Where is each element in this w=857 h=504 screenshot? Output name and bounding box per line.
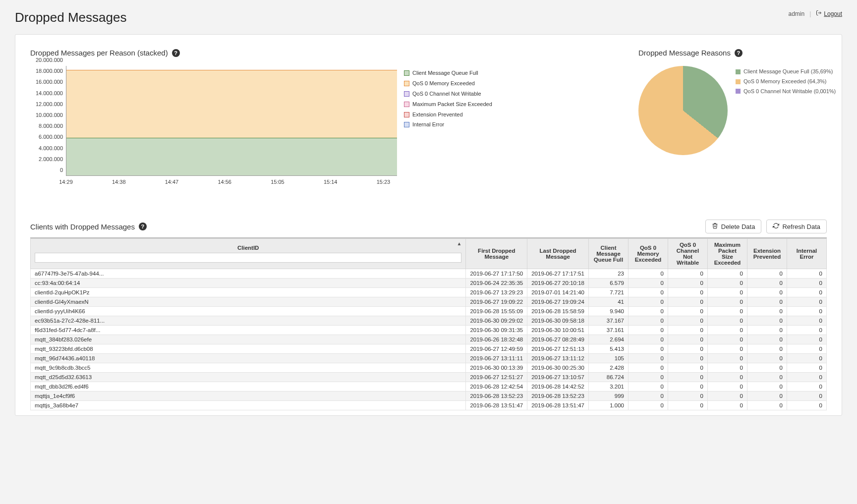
cell-mem: 0 <box>628 401 668 410</box>
cell-ierr: 0 <box>787 344 827 354</box>
table-row[interactable]: mqtt_384bf283.026efe2019-06-26 18:32:482… <box>31 335 827 344</box>
table-row[interactable]: mqttjs_1e4cf9f62019-06-28 13:52:232019-0… <box>31 392 827 401</box>
help-icon[interactable]: ? <box>735 49 743 57</box>
col-label: ClientID <box>237 245 259 251</box>
cell-pkt: 0 <box>708 269 747 279</box>
table-row[interactable]: mqtt_93223bfd.d6cb082019-06-27 12:49:592… <box>31 344 827 354</box>
cell-last: 2019-07-01 14:21:40 <box>527 288 589 297</box>
table-row[interactable]: mqtt_9c9b8cdb.3bcc52019-06-30 00:13:3920… <box>31 363 827 373</box>
cell-first: 2019-06-27 12:49:59 <box>466 344 527 354</box>
table-row[interactable]: clientId-yyyUih4K662019-06-28 15:55:0920… <box>31 307 827 316</box>
cell-mem: 0 <box>628 335 668 344</box>
cell-ierr: 0 <box>787 269 827 279</box>
cell-pkt: 0 <box>708 401 747 410</box>
legend-label: QoS 0 Channel Not Writable <box>412 89 481 99</box>
cell-first: 2019-06-28 15:55:09 <box>466 307 527 316</box>
cell-queue: 37.161 <box>589 326 628 335</box>
cell-ext: 0 <box>747 335 787 344</box>
help-icon[interactable]: ? <box>172 49 180 57</box>
swatch-icon <box>736 79 741 84</box>
table-row[interactable]: ec93b51a-27c2-428e-811...2019-06-30 09:2… <box>31 316 827 326</box>
refresh-data-button[interactable]: Refresh Data <box>766 220 827 233</box>
sort-asc-icon: ▲ <box>457 241 462 246</box>
cell-mem: 0 <box>628 354 668 363</box>
cell-ext: 0 <box>747 392 787 401</box>
table-row[interactable]: mqtt_96d74436.a401182019-06-27 13:11:112… <box>31 354 827 363</box>
cell-last: 2019-06-27 13:11:12 <box>527 354 589 363</box>
cell-pkt: 0 <box>708 307 747 316</box>
cell-queue: 105 <box>589 354 628 363</box>
y-tick: 8.000.000 <box>39 123 63 129</box>
cell-clientid: clientId-GI4yXmaexN <box>31 297 466 307</box>
cell-clientid: mqtt_d25d5d32.63613 <box>31 373 466 382</box>
col-extension-prevented[interactable]: Extension Prevented <box>747 239 787 269</box>
cell-ierr: 0 <box>787 307 827 316</box>
cell-queue: 7.721 <box>589 288 628 297</box>
col-label: QoS 0 Channel Not Writable <box>672 242 703 266</box>
table-row[interactable]: mqttjs_3a68b4e72019-06-28 13:51:472019-0… <box>31 401 827 410</box>
table-row[interactable]: mqtt_d25d5d32.636132019-06-27 12:51:2720… <box>31 373 827 382</box>
cell-chan: 0 <box>668 401 708 410</box>
pie-legend: Client Message Queue Full (35,69%) QoS 0… <box>736 66 836 96</box>
logout-link[interactable]: Logout <box>816 10 842 17</box>
cell-last: 2019-06-27 08:28:49 <box>527 335 589 344</box>
table-row[interactable]: mqtt_dbb3d2f6.ed4f62019-06-28 12:42:5420… <box>31 382 827 392</box>
swatch-icon <box>404 91 409 97</box>
cell-first: 2019-06-28 12:42:54 <box>466 382 527 392</box>
y-tick: 12.000.000 <box>36 101 63 107</box>
cell-chan: 0 <box>668 363 708 373</box>
cell-chan: 0 <box>668 307 708 316</box>
help-icon[interactable]: ? <box>139 223 147 230</box>
cell-pkt: 0 <box>708 288 747 297</box>
cell-last: 2019-06-27 20:10:18 <box>527 279 589 288</box>
cell-queue: 6.579 <box>589 279 628 288</box>
cell-clientid: mqtt_dbb3d2f6.ed4f6 <box>31 382 466 392</box>
cell-ext: 0 <box>747 373 787 382</box>
cell-queue: 3.201 <box>589 382 628 392</box>
cell-pkt: 0 <box>708 297 747 307</box>
y-tick: 4.000.000 <box>39 145 63 151</box>
col-clientid[interactable]: ▲ ClientID <box>31 239 466 269</box>
delete-data-button[interactable]: Delete Data <box>705 220 762 233</box>
col-memory-exceeded[interactable]: QoS 0 Memory Exceeded <box>628 239 668 269</box>
cell-clientid: f6d31fed-5d77-4dc7-a8f... <box>31 326 466 335</box>
cell-clientid: clientId-yyyUih4K66 <box>31 307 466 316</box>
col-label: Maximum Packet Size Exceeded <box>712 242 743 266</box>
area-series-memory-exceeded <box>66 70 397 138</box>
y-tick: 10.000.000 <box>36 112 63 118</box>
x-tick: 15:23 <box>377 179 391 190</box>
clientid-filter-input[interactable] <box>35 253 461 263</box>
stacked-area-chart: 02.000.0004.000.0006.000.0008.000.00010.… <box>30 66 397 190</box>
col-first-dropped[interactable]: First Dropped Message <box>466 239 527 269</box>
trash-icon <box>712 223 718 230</box>
cell-last: 2019-06-27 17:17:51 <box>527 269 589 279</box>
cell-first: 2019-06-28 13:51:47 <box>466 401 527 410</box>
col-packet-size-exceeded[interactable]: Maximum Packet Size Exceeded <box>708 239 747 269</box>
col-internal-error[interactable]: Internal Error <box>787 239 827 269</box>
col-queue-full[interactable]: Client Message Queue Full <box>589 239 628 269</box>
cell-first: 2019-06-28 13:52:23 <box>466 392 527 401</box>
y-tick: 0 <box>60 167 63 173</box>
swatch-icon <box>404 112 409 117</box>
table-row[interactable]: clientId-GI4yXmaexN2019-06-27 19:09:2220… <box>31 297 827 307</box>
cell-mem: 0 <box>628 316 668 326</box>
cell-last: 2019-06-27 19:09:24 <box>527 297 589 307</box>
cell-first: 2019-06-24 22:35:35 <box>466 279 527 288</box>
main-panel: Dropped Messages per Reason (stacked) ? … <box>15 34 842 416</box>
table-row[interactable]: cc:93:4a:00:64:142019-06-24 22:35:352019… <box>31 279 827 288</box>
cell-first: 2019-06-27 12:51:27 <box>466 373 527 382</box>
col-last-dropped[interactable]: Last Dropped Message <box>527 239 589 269</box>
page-title: Dropped Messages <box>15 10 126 25</box>
cell-clientid: ec93b51a-27c2-428e-811... <box>31 316 466 326</box>
col-label: Client Message Queue Full <box>593 245 624 263</box>
table-row[interactable]: f6d31fed-5d77-4dc7-a8f...2019-06-30 09:3… <box>31 326 827 335</box>
cell-chan: 0 <box>668 326 708 335</box>
cell-ext: 0 <box>747 363 787 373</box>
table-row[interactable]: a67747f9-3e75-47ab-944...2019-06-27 17:1… <box>31 269 827 279</box>
table-row[interactable]: clientId-2quHpOK1Pz2019-06-27 13:29:2320… <box>31 288 827 297</box>
cell-ierr: 0 <box>787 326 827 335</box>
x-tick: 15:05 <box>271 179 285 190</box>
cell-last: 2019-06-30 10:00:51 <box>527 326 589 335</box>
col-channel-not-writable[interactable]: QoS 0 Channel Not Writable <box>668 239 708 269</box>
cell-chan: 0 <box>668 335 708 344</box>
